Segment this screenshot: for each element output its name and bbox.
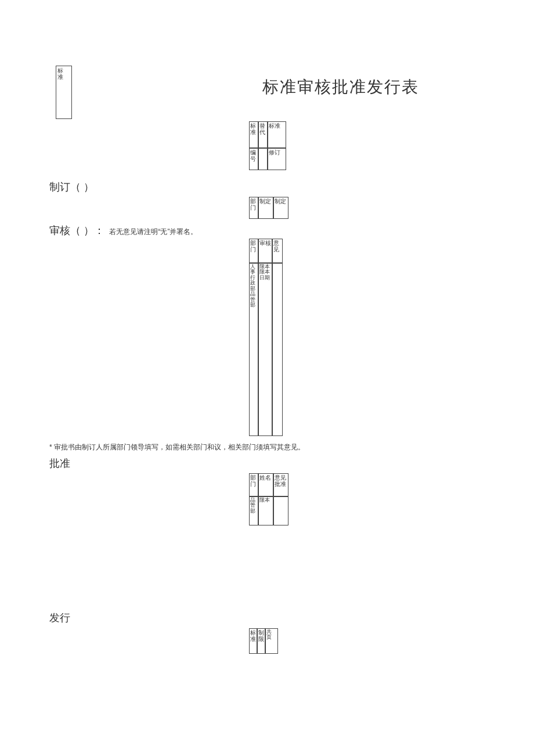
logo-box-text: 标准 [57,67,66,80]
table-standard-info: 标准 替代 标准 编号 修订 [249,121,286,170]
t1-r1c1: 标准 [249,121,258,148]
section-review-row: 审核（ ）： 若无意见请注明“无”并署名。 [49,224,197,237]
page-title: 标准审核批准发行表 [262,76,419,98]
t2-c1: 部门 [249,197,258,219]
table-review: 部门 审核 意见 人事行政部 品管部 限本 限本 日期 [249,239,283,436]
t3-b1: 人事行政部 品管部 [249,263,258,436]
t5-c2: 制限 [257,628,265,654]
t1-r2c3: 修订 [268,148,286,170]
section-review-note: 若无意见请注明“无”并署名。 [109,228,197,236]
t4-r1c2: 姓名 [258,473,273,496]
section-review: 审核（ ）： [49,225,104,236]
t3-h2: 审核 [258,239,272,263]
t2-c3: 制定 [273,197,288,219]
t4-r2c1: 品管部 [249,496,258,525]
t4-r2c2: 限本 [258,496,273,525]
t1-r1c2: 替代 [258,121,268,148]
t3-b2: 限本 限本 日期 [258,263,272,436]
t4-r1c1: 部门 [249,473,258,496]
t3-h1: 部门 [249,239,258,263]
logo-box: 标准 [56,66,72,119]
t1-r2c1: 编号 [249,148,258,170]
t4-r1c3: 意见批准 [273,473,288,496]
reviewer-footnote: * 审批书由制订人所属部门领导填写，如需相关部门和议，相关部门须填写其意见。 [49,442,305,452]
section-issue: 发行 [49,611,70,625]
section-establish: 制订（ ） [49,180,94,194]
table-approve: 部门 姓名 意见批准 品管部 限本 [249,473,288,525]
t5-c1: 标准 [249,628,257,654]
t5-c3: 共 页 [265,628,278,654]
t2-c2: 制定 [258,197,273,219]
table-issue: 标准 制限 共 页 [249,628,278,654]
table-establish: 部门 制定 制定 [249,197,288,219]
section-approve: 批准 [49,456,70,470]
t1-r2c2 [258,148,268,170]
t1-r1c3: 标准 [268,121,286,148]
t3-h3: 意见 [272,239,283,263]
t3-b3 [272,263,283,436]
t4-r2c3 [273,496,288,525]
